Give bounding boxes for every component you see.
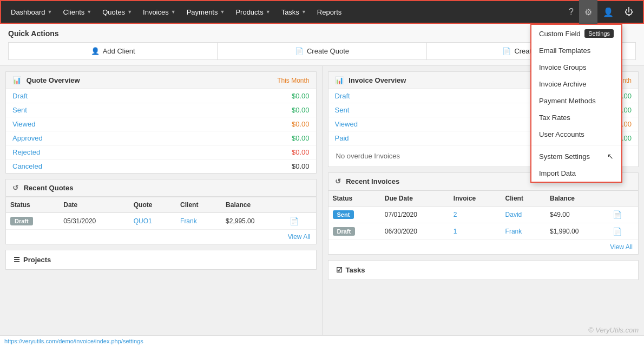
- recent-quotes-panel: ↺ Recent Quotes Status Date Quote Client…: [5, 179, 317, 244]
- chevron-tasks: ▼: [301, 9, 306, 15]
- nav-quotes[interactable]: Quotes ▼: [97, 0, 137, 24]
- projects-icon: ☰: [14, 256, 20, 264]
- recent-quotes-table: Status Date Quote Client Balance Draft 0…: [6, 197, 316, 230]
- recent-invoices-icon: ↺: [335, 177, 341, 185]
- dropdown-user-accounts[interactable]: User Accounts: [531, 126, 621, 143]
- file-icon[interactable]: 📄: [290, 217, 299, 225]
- quote-viewed-value: $0.00: [292, 120, 310, 128]
- chevron-payments: ▼: [220, 9, 225, 15]
- inv-col-invoice: Invoice: [449, 191, 501, 207]
- invoice-paid-link[interactable]: Paid: [335, 134, 349, 142]
- quote-sent-row: Sent $0.00: [6, 103, 316, 117]
- status-url: https://veryutils.com/demo/invoice/index…: [4, 338, 143, 344]
- quote-overview-header: 📊 Quote Overview This Month: [6, 72, 316, 89]
- col-status: Status: [6, 197, 59, 213]
- create-quote-button[interactable]: 📄 Create Quote: [218, 42, 426, 60]
- dropdown-import-data[interactable]: Import Data: [531, 165, 621, 182]
- quote-canceled-link[interactable]: Canceled: [12, 162, 42, 170]
- inv-chart-icon: 📊: [335, 76, 344, 84]
- quote-sent-link[interactable]: Sent: [12, 106, 27, 114]
- quote-sent-value: $0.00: [292, 106, 310, 114]
- watermark: © VeryUtils.com: [588, 326, 639, 334]
- settings-dropdown: Custom Field Settings Email Templates In…: [530, 24, 622, 183]
- quote-canceled-row: Canceled $0.00: [6, 159, 316, 173]
- status-badge-draft: Draft: [10, 217, 33, 225]
- quote-viewed-link[interactable]: Viewed: [12, 120, 35, 128]
- quote-approved-value: $0.00: [292, 134, 310, 142]
- user-icon[interactable]: 👤: [597, 0, 619, 24]
- tasks-panel: ☑ Tasks: [328, 260, 639, 280]
- dropdown-tax-rates[interactable]: Tax Rates: [531, 109, 621, 126]
- bar-chart-icon: 📊: [12, 76, 21, 84]
- add-client-button[interactable]: 👤 Add Client: [8, 42, 218, 60]
- status-bar: https://veryutils.com/demo/invoice/index…: [0, 335, 644, 346]
- client-link-david[interactable]: David: [505, 211, 522, 218]
- navbar: Dashboard ▼ Clients ▼ Quotes ▼ Invoices …: [0, 0, 644, 24]
- invoice-link-2[interactable]: 2: [454, 211, 457, 218]
- quote-overview-panel: 📊 Quote Overview This Month Draft $0.00 …: [5, 71, 317, 174]
- nav-invoices[interactable]: Invoices ▼: [137, 0, 181, 24]
- nav-dashboard[interactable]: Dashboard ▼: [5, 0, 58, 24]
- dropdown-email-templates[interactable]: Email Templates: [531, 42, 621, 59]
- quote-rejected-value: $0.00: [292, 148, 310, 156]
- inv-col-due-date: Due Date: [380, 191, 449, 207]
- quote-row-1: Draft 05/31/2020 QUO1 Frank $2,995.00 📄: [6, 213, 316, 230]
- settings-icon[interactable]: ⚙: [579, 0, 597, 24]
- invoice-row-1: Sent 07/01/2020 2 David $49.00 📄: [328, 207, 639, 223]
- quote-canceled-value: $0.00: [292, 162, 310, 170]
- inv-file-icon-1[interactable]: 📄: [613, 210, 622, 219]
- nav-payments[interactable]: Payments ▼: [181, 0, 231, 24]
- dropdown-system-settings[interactable]: System Settings ↖: [531, 148, 621, 165]
- client-link-frank[interactable]: Frank: [180, 217, 197, 225]
- quote-link[interactable]: QUO1: [134, 217, 152, 225]
- quotes-view-all[interactable]: View All: [6, 230, 316, 244]
- dropdown-invoice-groups[interactable]: Invoice Groups: [531, 59, 621, 76]
- quote-rejected-link[interactable]: Rejected: [12, 148, 40, 156]
- create-invoice-icon: 📄: [502, 47, 511, 55]
- status-badge-sent: Sent: [333, 210, 354, 219]
- dropdown-divider: [531, 145, 621, 145]
- inv-col-status: Status: [328, 191, 380, 207]
- dropdown-payment-methods[interactable]: Payment Methods: [531, 92, 621, 109]
- status-badge-draft-2: Draft: [333, 227, 356, 236]
- invoice-sent-link[interactable]: Sent: [335, 106, 350, 114]
- col-client: Client: [176, 197, 221, 213]
- invoice-row-2: Draft 06/30/2020 1 Frank $1,990.00 📄: [328, 223, 639, 240]
- help-icon[interactable]: ?: [563, 0, 579, 24]
- inv-col-balance: Balance: [546, 191, 608, 207]
- col-balance: Balance: [221, 197, 285, 213]
- recent-invoices-table: Status Due Date Invoice Client Balance S…: [328, 190, 639, 240]
- invoices-view-all[interactable]: View All: [328, 240, 639, 254]
- cursor-icon: ↖: [607, 152, 614, 161]
- nav-clients[interactable]: Clients ▼: [58, 0, 97, 24]
- col-quote: Quote: [129, 197, 176, 213]
- nav-tasks[interactable]: Tasks ▼: [276, 0, 312, 24]
- chevron-invoices: ▼: [171, 9, 176, 15]
- tasks-icon: ☑: [336, 266, 343, 274]
- quote-viewed-row: Viewed $0.00: [6, 117, 316, 131]
- client-link-frank-2[interactable]: Frank: [505, 228, 522, 235]
- invoice-viewed-link[interactable]: Viewed: [335, 120, 358, 128]
- chevron-products: ▼: [266, 9, 271, 15]
- quote-approved-link[interactable]: Approved: [12, 134, 43, 142]
- dropdown-invoice-archive[interactable]: Invoice Archive: [531, 76, 621, 92]
- left-column: 📊 Quote Overview This Month Draft $0.00 …: [0, 66, 323, 346]
- tasks-title: ☑ Tasks: [336, 266, 631, 274]
- recent-invoices-panel: ↺ Recent Invoices Status Due Date Invoic…: [328, 172, 639, 255]
- create-quote-icon: 📄: [295, 47, 304, 55]
- recent-quotes-header-row: Status Date Quote Client Balance: [6, 197, 316, 213]
- nav-reports[interactable]: Reports: [312, 0, 347, 24]
- inv-file-icon-2[interactable]: 📄: [613, 227, 622, 236]
- invoice-draft-link[interactable]: Draft: [335, 92, 350, 100]
- recent-invoices-header-row: Status Due Date Invoice Client Balance: [328, 191, 639, 207]
- settings-tooltip: Settings: [584, 29, 614, 38]
- power-icon[interactable]: ⏻: [619, 0, 639, 24]
- quote-draft-link[interactable]: Draft: [12, 92, 28, 100]
- quote-draft-value: $0.00: [292, 92, 310, 100]
- dropdown-custom-field-settings[interactable]: Custom Field Settings: [531, 25, 621, 42]
- invoice-link-1[interactable]: 1: [454, 228, 457, 235]
- chevron-clients: ▼: [87, 9, 91, 15]
- nav-products[interactable]: Products ▼: [230, 0, 275, 24]
- projects-title: ☰ Projects: [14, 256, 308, 264]
- col-date: Date: [59, 197, 129, 213]
